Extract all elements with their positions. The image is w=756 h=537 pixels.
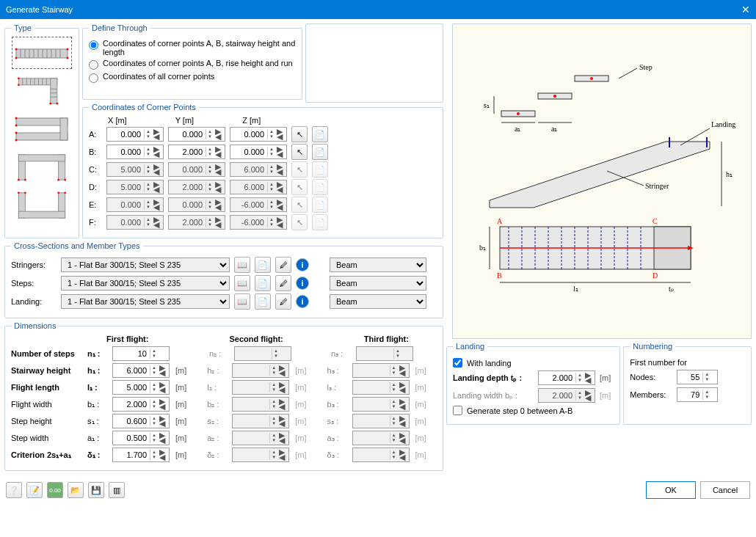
close-icon[interactable]: ✕ <box>741 4 750 15</box>
dim-input: ▲▼▶◀ <box>352 448 410 462</box>
dim-input[interactable]: ▲▼▶◀ <box>112 397 170 412</box>
svg-point-37 <box>15 139 18 142</box>
svg-text:Landing: Landing <box>711 120 735 128</box>
edit-icon[interactable]: 🖉 <box>275 275 291 291</box>
nodes-number-input[interactable]: ▲▼ <box>677 370 718 384</box>
svg-point-14 <box>67 57 69 59</box>
define-opt2[interactable] <box>89 60 98 70</box>
coord-input: ▲▼▶◀ <box>168 215 225 230</box>
svg-point-34 <box>15 117 18 120</box>
svg-point-41 <box>18 179 20 181</box>
pick-icon: ↖ <box>291 161 308 178</box>
svg-rect-33 <box>60 118 68 140</box>
coord-input[interactable]: ▲▼▶◀ <box>230 127 287 142</box>
define-opt1[interactable] <box>89 40 98 50</box>
open-icon[interactable]: 📂 <box>68 482 84 498</box>
steps-mtype[interactable]: Beam <box>330 276 426 291</box>
stringers-profile[interactable]: 1 - Flat Bar 300/15; Steel S 235 <box>61 257 230 272</box>
coord-input[interactable]: ▲▼▶◀ <box>106 145 164 159</box>
dim-input[interactable]: ▲▼▶◀ <box>112 448 170 462</box>
help-icon[interactable]: ❔ <box>6 482 22 498</box>
folder-icon[interactable]: 📄 <box>312 144 328 160</box>
folder-icon: 📄 <box>312 197 328 213</box>
stair-type-1[interactable] <box>12 37 72 69</box>
coord-input: ▲▼▶◀ <box>230 162 287 177</box>
new-icon[interactable]: 📄 <box>255 257 271 273</box>
stair-type-4[interactable] <box>12 151 72 183</box>
new-icon[interactable]: 📄 <box>255 293 271 310</box>
dim-input[interactable]: ▲▼▶◀ <box>112 414 170 428</box>
dim-input: ▲▼ <box>234 346 291 361</box>
svg-point-56 <box>553 95 556 98</box>
dim-input: ▲▼▶◀ <box>232 414 289 428</box>
svg-text:b₁: b₁ <box>479 244 486 252</box>
stair-type-2[interactable] <box>12 75 72 107</box>
coord-input[interactable]: ▲▼▶◀ <box>106 127 164 142</box>
coord-input: ▲▼▶◀ <box>230 197 287 212</box>
svg-point-13 <box>67 48 69 51</box>
library-icon[interactable]: 📖 <box>234 293 250 310</box>
stair-type-3[interactable] <box>12 113 72 145</box>
svg-text:Stringer: Stringer <box>645 182 669 190</box>
svg-text:Step: Step <box>639 63 653 71</box>
pick-icon[interactable]: ↖ <box>291 126 308 142</box>
coord-input[interactable]: ▲▼▶◀ <box>168 145 225 159</box>
svg-text:l₁: l₁ <box>573 285 578 293</box>
landing-profile[interactable]: 1 - Flat Bar 300/15; Steel S 235 <box>61 294 230 309</box>
stringers-mtype[interactable]: Beam <box>330 257 426 272</box>
coord-input: ▲▼▶◀ <box>168 197 225 212</box>
svg-text:h₁: h₁ <box>726 170 733 178</box>
dim-input[interactable]: ▲▼▶◀ <box>112 431 170 445</box>
numbering-group: Numbering First number for Nodes:▲▼ Memb… <box>623 342 752 425</box>
svg-point-48 <box>18 191 20 194</box>
library-icon[interactable]: 📖 <box>234 275 250 291</box>
info-icon[interactable]: i <box>296 295 309 308</box>
settings-icon[interactable]: ▥ <box>109 482 125 498</box>
stair-type-5[interactable] <box>12 189 72 222</box>
coord-input[interactable]: ▲▼▶◀ <box>230 145 287 159</box>
coord-input[interactable]: ▲▼▶◀ <box>168 127 225 142</box>
edit-icon[interactable]: 🖉 <box>275 257 291 273</box>
save-icon[interactable]: 💾 <box>88 482 104 498</box>
svg-point-30 <box>49 103 51 105</box>
dim-input: ▲▼▶◀ <box>352 380 410 395</box>
units-icon[interactable]: 0.00 <box>47 482 63 498</box>
svg-text:a₁: a₁ <box>515 125 520 133</box>
edit-icon[interactable]: 🖉 <box>275 293 291 310</box>
diagram-preview: Step s₁ a₁ a₁ Landing Stringer h₁ <box>452 23 752 339</box>
steps-profile[interactable]: 1 - Flat Bar 300/15; Steel S 235 <box>61 276 230 291</box>
folder-icon: 📄 <box>312 214 328 230</box>
dim-input[interactable]: ▲▼▶◀ <box>112 380 170 395</box>
gen-step0-check[interactable] <box>453 406 462 415</box>
window-title: Generate Stairway <box>6 5 73 14</box>
dim-input: ▲▼ <box>356 346 413 361</box>
folder-icon[interactable]: 📄 <box>312 126 328 142</box>
dim-input[interactable]: ▲▼ <box>112 346 170 361</box>
cancel-button[interactable]: Cancel <box>700 481 750 499</box>
pick-icon[interactable]: ↖ <box>291 144 308 160</box>
new-icon[interactable]: 📄 <box>255 275 271 291</box>
dim-input: ▲▼▶◀ <box>352 431 410 445</box>
coord-input: ▲▼▶◀ <box>230 180 287 194</box>
info-icon[interactable]: i <box>296 258 309 271</box>
svg-point-12 <box>15 57 18 59</box>
landing-width-input: ▲▼▶◀ <box>538 388 595 403</box>
members-number-input[interactable]: ▲▼ <box>677 387 718 402</box>
dimensions-group: Dimensions First flight: Second flight: … <box>4 321 443 471</box>
landing-depth-input[interactable]: ▲▼▶◀ <box>538 370 595 385</box>
with-landing-check[interactable] <box>453 358 462 368</box>
svg-text:D: D <box>653 271 658 280</box>
dim-input: ▲▼▶◀ <box>352 397 410 412</box>
note-icon[interactable]: 📝 <box>26 482 43 498</box>
define-opt3[interactable] <box>89 73 98 83</box>
ok-button[interactable]: OK <box>646 481 696 499</box>
cross-sections-group: Cross-Sections and Member Types Stringer… <box>4 241 443 318</box>
info-icon[interactable]: i <box>296 277 309 290</box>
landing-mtype[interactable]: Beam <box>330 294 426 309</box>
svg-point-43 <box>57 179 59 181</box>
dim-input[interactable]: ▲▼▶◀ <box>112 363 170 378</box>
folder-icon: 📄 <box>312 179 328 195</box>
svg-text:tₚ: tₚ <box>669 285 674 293</box>
library-icon[interactable]: 📖 <box>234 257 250 273</box>
folder-icon: 📄 <box>312 161 328 178</box>
